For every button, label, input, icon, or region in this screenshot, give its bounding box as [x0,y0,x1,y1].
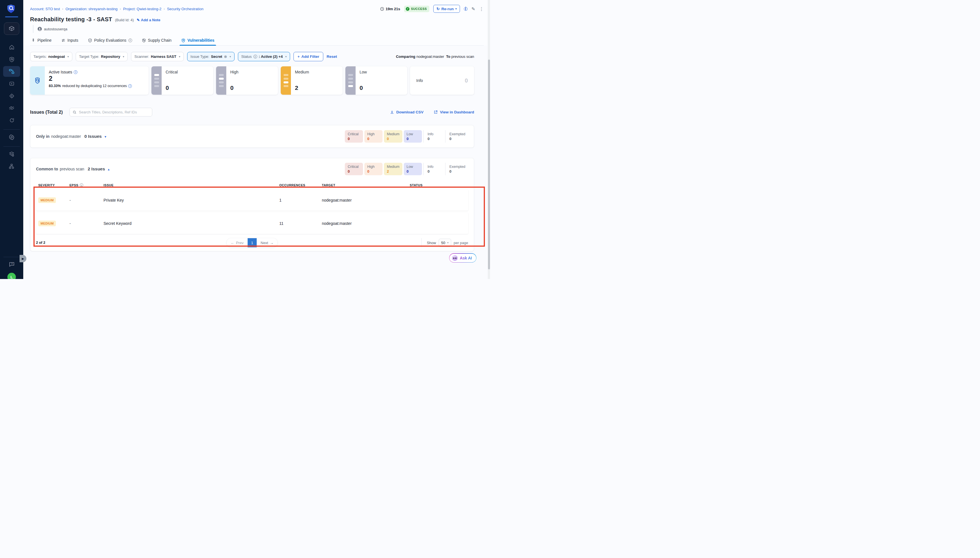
clock-icon [380,7,384,11]
table-row[interactable]: MEDIUM - Private Key 1 nodegoat:master [36,190,468,211]
filter-targets[interactable]: Targets:nodegoat▾ [30,52,72,61]
page-header: Account: STO test › Organization: shreya… [23,0,490,46]
medium-chip: Medium0 [384,130,402,143]
issues-search[interactable] [69,108,152,117]
vulnerabilities-content: Targets:nodegoat▾ Target Type:Repository… [23,52,490,251]
summary-cards: Active Issues i 2 83.33% reduced by dedu… [30,66,474,95]
sidebar-item-governance[interactable] [3,161,20,172]
edit-pencil-icon[interactable]: ✎ [471,6,475,11]
chevron-down-icon[interactable]: ▾ [105,135,106,139]
low-card: Low 0 [345,66,407,95]
comparing-label: Comparing nodegoat:master To previous sc… [396,54,474,59]
tab-vulnerabilities[interactable]: Vulnerabilities [181,36,215,45]
ask-ai-button[interactable]: Ask AI [449,253,476,263]
sidebar-item-targets[interactable] [3,90,20,101]
severity-level-icon [216,66,226,95]
chevron-right-icon: › [120,7,121,10]
sidebar-item-test-targets[interactable] [3,103,20,113]
medium-card: Medium 2 [281,66,343,95]
tab-bar: Pipeline Inputs Policy Evaluations i Sup… [30,36,484,46]
only-in-header[interactable]: Only in nodegoat:master 0 Issues ▾ [36,134,106,139]
breadcrumb-organization[interactable]: Organization: shreyansh-testing [66,7,118,11]
scrollbar[interactable] [488,0,490,279]
user-avatar[interactable]: L [7,273,16,279]
download-csv-button[interactable]: Download CSV [390,110,424,114]
column-status: STATUS [410,184,468,187]
module-selector-cube-icon[interactable] [4,22,19,35]
add-filter-button[interactable]: +Add Filter [294,52,323,61]
rerun-button[interactable]: ↻ Re-run ▾ [433,5,460,13]
info-icon[interactable]: i [128,39,132,42]
remove-filter-icon[interactable]: ⊗ [224,54,227,59]
severity-level-icon [281,66,291,95]
chevron-down-icon: ▾ [123,55,124,58]
harness-sto-logo-icon[interactable] [6,4,17,14]
search-input[interactable] [79,110,149,114]
severity-level-icon [151,66,162,95]
column-epss: EPSSi [69,183,103,187]
breadcrumb-section[interactable]: Security Orchestration [167,7,204,11]
sidebar-item-tokens[interactable] [3,115,20,126]
kebab-menu-icon[interactable]: ⋮ [479,6,484,11]
page-size-control: Show 50▾ per page [421,238,468,247]
chevron-right-icon: › [164,7,165,10]
low-chip: Low0 [404,163,422,175]
filter-status[interactable]: Status i : Active (2) +4 ▾ [238,52,290,61]
eye-off-icon [8,105,15,111]
breadcrumb-project[interactable]: Project: Qwiet-testing-2 [123,7,161,11]
per-page-label: per page [454,241,468,245]
next-page-button[interactable]: Next→ [257,238,277,247]
add-note-link[interactable]: ✎Add a Note [137,18,161,22]
info-icon[interactable]: i [74,70,77,74]
medium-count: 2 [295,84,338,91]
medium-chip: Medium2 [384,163,402,175]
exempted-chip: Exempted0 [445,163,468,175]
reset-filters-link[interactable]: Reset [327,54,337,59]
occurrences-value: 1 [279,198,322,202]
high-chip: High0 [364,163,382,175]
chevron-right-icon: › [62,7,63,10]
filter-issue-type[interactable]: Issue Type:Secret ⊗ ▾ [187,52,235,61]
chevron-down-icon: ▾ [179,55,181,58]
ai-mascot-icon [452,255,458,261]
target-value: nodegoat:master [322,221,410,226]
sidebar: ? L [0,0,23,279]
low-chip: Low0 [404,130,422,143]
pager: ←Prev 1 Next→ [227,238,277,247]
tab-policy-evaluations[interactable]: Policy Evaluations i [87,36,133,45]
current-page-button[interactable]: 1 [248,238,257,247]
info-icon[interactable]: i [80,184,84,187]
chevron-up-icon[interactable]: ▴ [108,167,110,171]
chevron-down-icon: ▾ [285,55,287,58]
filter-target-type[interactable]: Target Type:Repository▾ [76,52,128,61]
triggered-by-user: autostouserqa [33,25,484,33]
sidebar-item-overview[interactable] [3,54,20,65]
view-in-dashboard-button[interactable]: View in Dashboard [433,110,474,114]
sidebar-item-home[interactable] [3,42,20,53]
sidebar-item-executions[interactable] [3,78,20,89]
scrollbar-thumb[interactable] [488,59,490,269]
page-size-select[interactable]: 50▾ [439,239,451,247]
sidebar-item-pipelines[interactable] [3,66,20,77]
tab-inputs[interactable]: Inputs [61,36,79,45]
filter-scanner[interactable]: Scanner:Harness SAST▾ [131,52,184,61]
critical-chip: Critical0 [345,163,363,175]
high-card: High 0 [216,66,278,95]
info-icon[interactable]: i [464,7,468,11]
info-icon[interactable]: i [128,84,132,88]
epss-value: - [69,221,103,226]
prev-page-button[interactable]: ←Prev [227,238,248,247]
info-chip: Info0 [424,130,444,143]
sidebar-item-default-settings[interactable] [3,149,20,160]
only-in-section: Only in nodegoat:master 0 Issues ▾ Criti… [30,125,474,148]
tab-supply-chain[interactable]: Supply Chain [141,36,172,45]
sidebar-item-settings[interactable] [3,132,20,143]
common-header[interactable]: Common to previous scan 2 Issues ▴ [36,166,110,172]
gear-icon [8,134,15,140]
logo-underline [5,16,18,17]
info-count: 0 [465,77,468,84]
table-row[interactable]: MEDIUM - Secret Keyword 11 nodegoat:mast… [36,213,468,234]
arrow-left-icon: ← [231,241,234,245]
breadcrumb-account[interactable]: Account: STO test [30,7,60,11]
tab-pipeline[interactable]: Pipeline [31,36,52,45]
